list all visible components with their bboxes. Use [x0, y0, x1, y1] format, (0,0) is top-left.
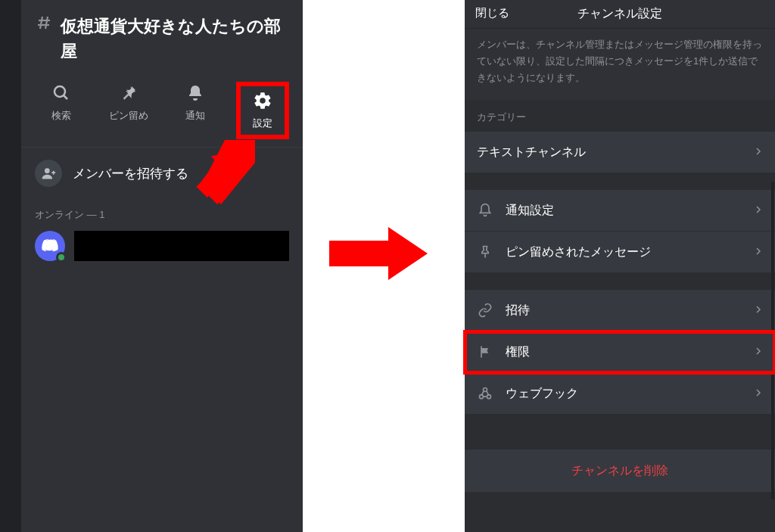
delete-channel-row[interactable]: チャンネルを削除 — [465, 450, 775, 492]
link-icon — [477, 303, 493, 318]
svg-line-2 — [40, 17, 42, 29]
bell-icon — [184, 82, 207, 104]
gear-icon — [251, 89, 274, 112]
row-notify-settings[interactable]: 通知設定 — [465, 190, 775, 232]
row-webhook-label: ウェブフック — [506, 386, 742, 402]
channel-actions: 検索 ピン留め 通知 設定 — [21, 77, 303, 147]
invite-label: メンバーを招待する — [73, 165, 188, 182]
search-label: 検索 — [51, 109, 71, 123]
row-text-channel[interactable]: テキストチャンネル — [465, 132, 775, 173]
svg-point-6 — [45, 168, 50, 173]
svg-line-3 — [45, 17, 48, 29]
svg-rect-13 — [329, 241, 388, 266]
online-count: オンライン — 1 — [21, 199, 303, 226]
row-pinned-label: ピン留めされたメッセージ — [506, 244, 742, 260]
member-row[interactable] — [21, 226, 303, 266]
server-rail — [0, 0, 21, 532]
invite-members-row[interactable]: メンバーを招待する — [21, 147, 303, 199]
discord-avatar-icon — [35, 231, 65, 261]
svg-marker-14 — [388, 227, 428, 280]
row-webhook[interactable]: ウェブフック — [465, 373, 775, 415]
chevron-right-icon — [754, 345, 763, 359]
settings-action[interactable]: 設定 — [236, 82, 289, 139]
delete-channel-label: チャンネルを削除 — [571, 463, 668, 479]
settings-header: 閉じる チャンネル設定 — [465, 0, 775, 29]
chevron-right-icon — [754, 204, 763, 217]
channel-panel: 仮想通貨大好きな人たちの部屋 検索 ピン留め 通知 — [21, 0, 303, 532]
pin-action[interactable]: ピン留め — [102, 82, 155, 139]
pin-icon — [117, 82, 140, 104]
channel-name: 仮想通貨大好きな人たちの部屋 — [61, 14, 289, 64]
channel-settings-panel: 閉じる チャンネル設定 メンバーは、チャンネル管理またはメッセージ管理の権限を持… — [465, 0, 775, 532]
chevron-right-icon — [754, 387, 763, 400]
chevron-right-icon — [754, 303, 763, 317]
pin-label: ピン留め — [109, 109, 148, 123]
row-invite[interactable]: 招待 — [465, 290, 775, 331]
svg-point-4 — [54, 86, 65, 97]
notify-label: 通知 — [185, 109, 205, 123]
row-text-channel-label: テキストチャンネル — [477, 145, 742, 160]
row-pinned-messages[interactable]: ピン留めされたメッセージ — [465, 232, 775, 273]
annotation-arrow-middle — [329, 227, 428, 280]
settings-title: チャンネル設定 — [577, 6, 662, 22]
flag-icon — [477, 344, 493, 359]
member-name-redacted — [74, 231, 289, 261]
bell-outline-icon — [477, 203, 493, 218]
category-label: カテゴリー — [465, 100, 775, 132]
row-notify-label: 通知設定 — [506, 203, 742, 219]
webhook-icon — [477, 386, 493, 401]
search-icon — [50, 82, 73, 104]
row-permissions[interactable]: 権限 — [465, 331, 775, 373]
settings-description: メンバーは、チャンネル管理またはメッセージ管理の権限を持っていない限り、設定した… — [465, 29, 775, 100]
row-invite-label: 招待 — [506, 303, 742, 319]
svg-line-5 — [64, 95, 67, 99]
close-button[interactable]: 閉じる — [475, 6, 509, 20]
annotation-arrow-settings — [187, 140, 255, 201]
add-user-icon — [35, 160, 62, 187]
search-action[interactable]: 検索 — [35, 82, 88, 139]
pin-outline-icon — [477, 244, 493, 260]
hash-icon — [35, 14, 53, 35]
chevron-right-icon — [754, 145, 763, 159]
settings-label: 設定 — [253, 117, 272, 130]
chevron-right-icon — [754, 245, 763, 259]
presence-online-icon — [56, 252, 67, 263]
notify-action[interactable]: 通知 — [169, 82, 222, 139]
channel-title-row: 仮想通貨大好きな人たちの部屋 — [21, 0, 303, 77]
channel-sidebar: 仮想通貨大好きな人たちの部屋 検索 ピン留め 通知 — [0, 0, 303, 532]
row-permissions-label: 権限 — [506, 344, 742, 360]
